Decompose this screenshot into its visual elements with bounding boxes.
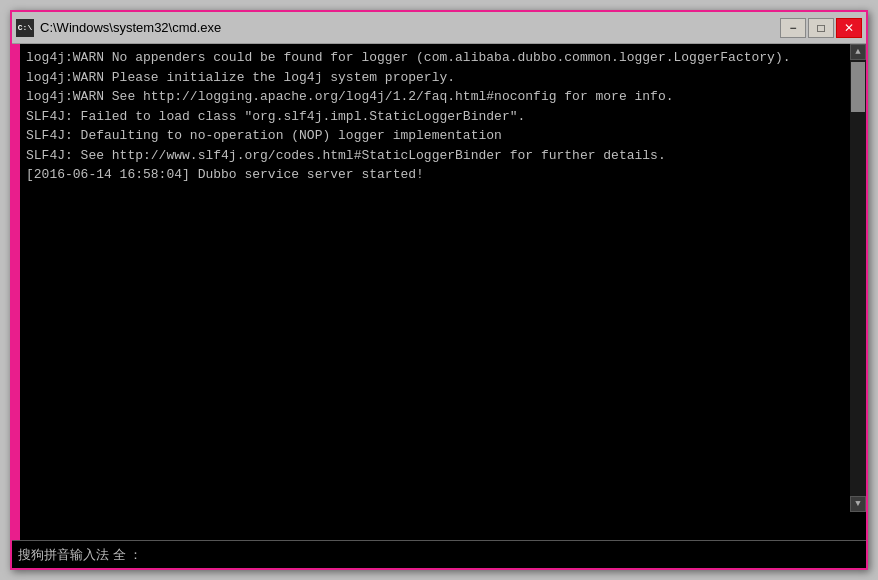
- left-accent-bar: [12, 44, 20, 540]
- cmd-icon: C:\: [16, 19, 34, 37]
- console-area: log4j:WARN No appenders could be found f…: [12, 44, 866, 540]
- scrollbar-up-button[interactable]: ▲: [850, 44, 866, 60]
- minimize-button[interactable]: −: [780, 18, 806, 38]
- close-button[interactable]: ✕: [836, 18, 862, 38]
- cmd-window: C:\ C:\Windows\system32\cmd.exe − □ ✕ lo…: [10, 10, 868, 570]
- title-bar: C:\ C:\Windows\system32\cmd.exe − □ ✕: [12, 12, 866, 44]
- window-title: C:\Windows\system32\cmd.exe: [40, 20, 221, 35]
- title-bar-controls: − □ ✕: [780, 18, 862, 38]
- status-bar: 搜狗拼音输入法 全 ：: [12, 540, 866, 568]
- scrollbar[interactable]: ▲ ▼: [850, 44, 866, 512]
- console-output: log4j:WARN No appenders could be found f…: [26, 48, 860, 536]
- title-bar-left: C:\ C:\Windows\system32\cmd.exe: [16, 19, 221, 37]
- scrollbar-handle[interactable]: [851, 62, 865, 112]
- maximize-button[interactable]: □: [808, 18, 834, 38]
- scrollbar-down-button[interactable]: ▼: [850, 496, 866, 512]
- status-text: 搜狗拼音输入法 全 ：: [18, 546, 142, 564]
- scrollbar-track: [850, 60, 866, 496]
